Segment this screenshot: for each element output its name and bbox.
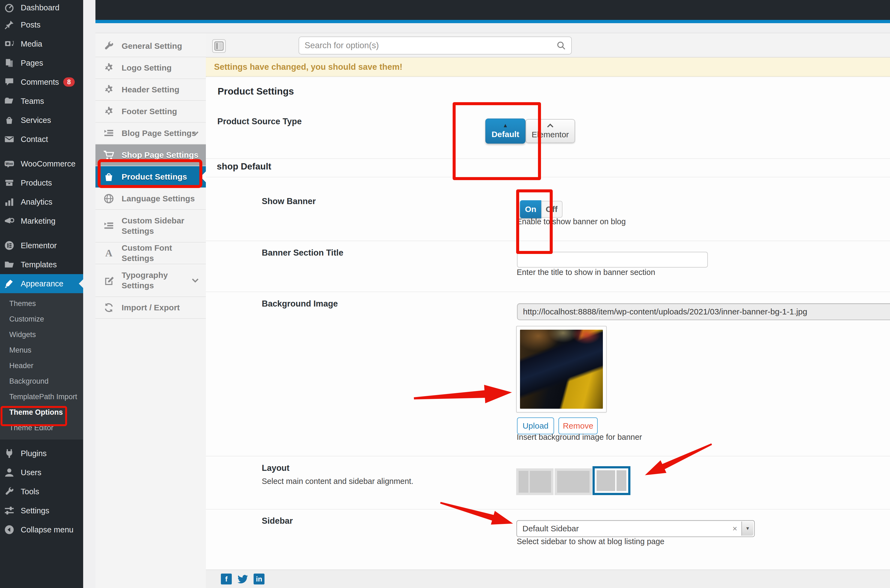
theme-nav-item-custom-sidebar-settings[interactable]: Custom Sidebar Settings — [95, 210, 206, 243]
remove-button[interactable]: Remove — [558, 417, 598, 434]
theme-nav-item-import-export[interactable]: Import / Export — [95, 297, 206, 319]
sidebar-item-appearance[interactable]: Appearance — [0, 274, 83, 293]
background-image-thumbnail — [516, 326, 607, 412]
clear-icon[interactable]: × — [729, 524, 740, 533]
theme-nav-item-label: Import / Export — [122, 303, 180, 313]
search-input[interactable] — [299, 40, 556, 50]
list-icon — [104, 221, 114, 231]
theme-nav-item-header-setting[interactable]: Header Setting — [95, 79, 206, 101]
cart-icon — [104, 150, 114, 160]
sidebar-item-marketing[interactable]: Marketing — [0, 212, 83, 231]
sidebar-item-label: Comments — [21, 78, 59, 87]
sidebar-item-contact[interactable]: Contact — [0, 130, 83, 149]
list-icon — [104, 128, 114, 138]
panel-toggle-icon — [214, 47, 224, 52]
sidebar-subitem-background[interactable]: Background — [0, 374, 83, 389]
layout-hint: Select main content and sidebar alignmen… — [262, 477, 413, 486]
show-banner-off-button[interactable]: Off — [541, 201, 562, 218]
sidebar-item-label: Services — [21, 116, 51, 125]
sidebar-item-elementor[interactable]: Elementor — [0, 236, 83, 255]
sidebar-subitem-theme-options[interactable]: Theme Options — [0, 405, 83, 420]
divider — [206, 456, 890, 456]
woo-icon: Woo — [5, 159, 14, 169]
divider — [206, 291, 890, 292]
sidebar-item-settings[interactable]: Settings — [0, 501, 83, 520]
theme-nav-item-blog-page-settings[interactable]: Blog Page Settings — [95, 123, 206, 144]
source-option-label: Default — [486, 130, 525, 139]
theme-nav-item-product-settings[interactable]: Product Settings — [95, 166, 206, 188]
layout-sidebar-block — [519, 471, 528, 493]
theme-nav-item-footer-setting[interactable]: Footer Setting — [95, 101, 206, 123]
divider — [206, 509, 890, 510]
sidebar-item-teams[interactable]: Teams — [0, 92, 83, 111]
sidebar-item-products[interactable]: Products — [0, 173, 83, 192]
layout-option-sidebar-right-selected[interactable] — [592, 466, 630, 495]
banner-title-input[interactable] — [517, 252, 708, 268]
sidebar-subitem-customize[interactable]: Customize — [0, 312, 83, 327]
source-option-elementor[interactable]: Elementor — [525, 119, 575, 143]
theme-nav-item-label: Header Setting — [122, 84, 179, 95]
comments-count-badge: 8 — [63, 77, 74, 87]
sidebar-item-users[interactable]: Users — [0, 463, 83, 482]
sidebar-subitem-menus[interactable]: Menus — [0, 342, 83, 358]
sidebar-item-label: Teams — [21, 97, 44, 106]
theme-nav-item-label: Custom Sidebar Settings — [122, 216, 190, 236]
elementor-icon — [5, 241, 14, 250]
sidebar-subitem-header[interactable]: Header — [0, 358, 83, 374]
sidebar-subitem-templatepath-import[interactable]: TemplatePath Import — [0, 389, 83, 405]
box-icon — [5, 178, 14, 188]
pushpin-icon — [5, 20, 14, 30]
sidebar-item-dashboard[interactable]: Dashboard — [0, 0, 83, 15]
linkedin-icon[interactable]: in — [254, 573, 265, 585]
show-banner-on-button[interactable]: On — [520, 200, 541, 218]
sidebar-item-label: Media — [21, 39, 42, 48]
theme-nav-item-shop-page-settings[interactable]: Shop Page Settings — [95, 144, 206, 166]
sidebar-item-woocommerce[interactable]: WooWooCommerce — [0, 154, 83, 173]
sidebar-item-analytics[interactable]: Analytics — [0, 192, 83, 212]
sidebar-item-templates[interactable]: Templates — [0, 255, 83, 274]
source-option-default[interactable]: ▲ Default — [486, 118, 525, 144]
sidebar-subitem-widgets[interactable]: Widgets — [0, 327, 83, 342]
layout-option-sidebar-left[interactable] — [516, 468, 553, 495]
sidebar-item-tools[interactable]: Tools — [0, 482, 83, 501]
theme-nav-item-logo-setting[interactable]: Logo Setting — [95, 57, 206, 79]
appearance-submenu: ThemesCustomizeWidgetsMenusHeaderBackgro… — [0, 293, 83, 440]
sidebar-item-label: Analytics — [21, 198, 53, 207]
sidebar-item-media[interactable]: Media — [0, 34, 83, 53]
brush-icon — [5, 279, 14, 288]
sidebar-item-plugins[interactable]: Plugins — [0, 444, 83, 463]
layout-sidebar-block — [616, 470, 626, 491]
layout-option-full-width[interactable] — [555, 468, 592, 495]
sidebar-gap — [83, 0, 95, 588]
sidebar-subitem-themes[interactable]: Themes — [0, 296, 83, 312]
sidebar-item-services[interactable]: Services — [0, 111, 83, 130]
sidebar-subitem-theme-editor[interactable]: Theme Editor — [0, 420, 83, 436]
sidebar-item-collapse-menu[interactable]: Collapse menu — [0, 520, 83, 539]
theme-nav-item-language-settings[interactable]: Language Settings — [95, 188, 206, 210]
svg-text:Woo: Woo — [6, 162, 13, 166]
layout-content-block — [597, 470, 615, 491]
background-image-url-input[interactable] — [517, 303, 890, 320]
theme-nav-item-label: Footer Setting — [122, 106, 177, 117]
comment-icon — [5, 77, 14, 87]
sidebar-item-label: Settings — [21, 506, 50, 515]
user-icon — [5, 468, 14, 477]
upload-button[interactable]: Upload — [517, 417, 554, 434]
sidebar-select[interactable]: Default Sidebar × ▼ — [516, 520, 755, 537]
theme-nav-item-custom-font-settings[interactable]: ACustom Font Settings — [95, 243, 206, 264]
theme-nav-item-general-setting[interactable]: General Setting — [95, 35, 206, 57]
facebook-icon[interactable]: f — [221, 573, 232, 585]
sidebar-item-comments[interactable]: Comments8 — [0, 72, 83, 92]
sidebar-item-label: Elementor — [21, 241, 57, 250]
sidebar-item-posts[interactable]: Posts — [0, 15, 83, 34]
twitter-icon[interactable] — [237, 573, 248, 585]
layout-content-block — [557, 471, 589, 493]
sidebar-item-pages[interactable]: Pages — [0, 53, 83, 72]
dropdown-arrow-icon[interactable]: ▼ — [741, 522, 753, 536]
panel-toggle-button[interactable] — [212, 39, 226, 53]
show-banner-label: Show Banner — [262, 196, 316, 206]
globe-icon — [104, 194, 114, 204]
theme-nav-item-typography-settings[interactable]: Typography Settings — [95, 264, 206, 297]
section-title: shop Default — [217, 161, 271, 172]
sidebar-item-label: Contact — [21, 135, 48, 144]
